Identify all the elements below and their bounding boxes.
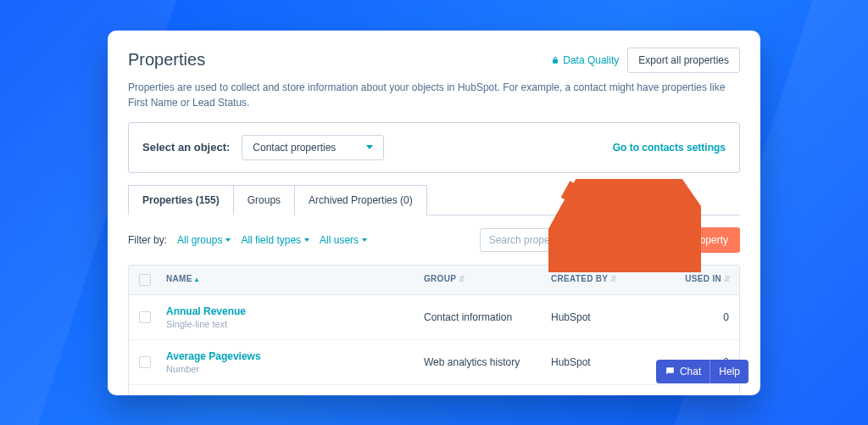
property-group: Contact information	[424, 311, 551, 323]
search-input-wrapper[interactable]	[480, 228, 637, 252]
filter-label: Filter by:	[128, 234, 167, 246]
chevron-down-icon	[304, 238, 309, 242]
sort-icon	[459, 274, 464, 279]
select-all-checkbox[interactable]	[139, 274, 151, 286]
help-button[interactable]: Help	[710, 360, 748, 383]
chevron-down-icon	[366, 145, 373, 149]
sort-icon	[724, 274, 729, 279]
sort-icon	[610, 274, 615, 279]
table-row[interactable]: Average PageviewsNumber Web analytics hi…	[129, 340, 739, 385]
property-type: Number	[166, 364, 424, 374]
property-name-link[interactable]: Annual Revenue	[166, 305, 424, 317]
property-group: Web analytics history	[424, 356, 551, 368]
chevron-down-icon	[362, 238, 367, 242]
property-name-link[interactable]: Average Pageviews	[166, 350, 424, 362]
row-checkbox[interactable]	[139, 311, 151, 323]
tab-groups[interactable]: Groups	[233, 185, 295, 215]
tab-archived[interactable]: Archived Properties (0)	[294, 185, 427, 215]
chat-button[interactable]: Chat	[656, 360, 710, 383]
contacts-settings-link[interactable]: Go to contacts settings	[613, 142, 726, 154]
search-icon	[616, 234, 628, 246]
object-selection-bar: Select an object: Contact properties Go …	[128, 122, 740, 173]
page-description: Properties are used to collect and store…	[128, 80, 740, 110]
create-property-button[interactable]: Create property	[646, 227, 740, 253]
chat-icon	[665, 366, 676, 377]
properties-panel: Properties Data Quality Export all prope…	[108, 31, 760, 395]
chat-help-widget: Chat Help	[656, 360, 748, 383]
filter-types-dropdown[interactable]: All field types	[241, 234, 309, 246]
object-select-label: Select an object:	[142, 141, 230, 154]
table-row[interactable]: Became a Customer Date	[129, 385, 739, 395]
properties-table: NAME GROUP CREATED BY USED IN Annual Rev…	[128, 265, 740, 395]
property-created-by: HubSpot	[551, 311, 661, 323]
data-quality-link[interactable]: Data Quality	[551, 54, 619, 66]
tab-properties[interactable]: Properties (155)	[128, 185, 234, 215]
row-checkbox[interactable]	[139, 356, 151, 368]
property-used-in: 0	[661, 311, 729, 323]
object-select-dropdown[interactable]: Contact properties	[242, 135, 384, 160]
column-used-in[interactable]: USED IN	[661, 274, 729, 286]
filter-users-dropdown[interactable]: All users	[320, 234, 367, 246]
svg-line-1	[623, 241, 626, 243]
tabs: Properties (155) Groups Archived Propert…	[128, 185, 740, 215]
export-all-button[interactable]: Export all properties	[627, 48, 740, 73]
column-created-by[interactable]: CREATED BY	[551, 274, 661, 286]
table-row[interactable]: Annual RevenueSingle-line text Contact i…	[129, 295, 739, 340]
chevron-down-icon	[225, 238, 231, 242]
search-input[interactable]	[489, 234, 582, 246]
sort-asc-icon	[195, 274, 200, 279]
column-group[interactable]: GROUP	[424, 274, 551, 286]
property-created-by: HubSpot	[551, 356, 661, 368]
property-type: Single-line text	[166, 319, 424, 329]
filter-groups-dropdown[interactable]: All groups	[177, 234, 231, 246]
svg-point-0	[618, 236, 624, 242]
page-title: Properties	[128, 50, 205, 70]
column-name[interactable]: NAME	[166, 274, 424, 286]
lock-icon	[551, 56, 559, 64]
